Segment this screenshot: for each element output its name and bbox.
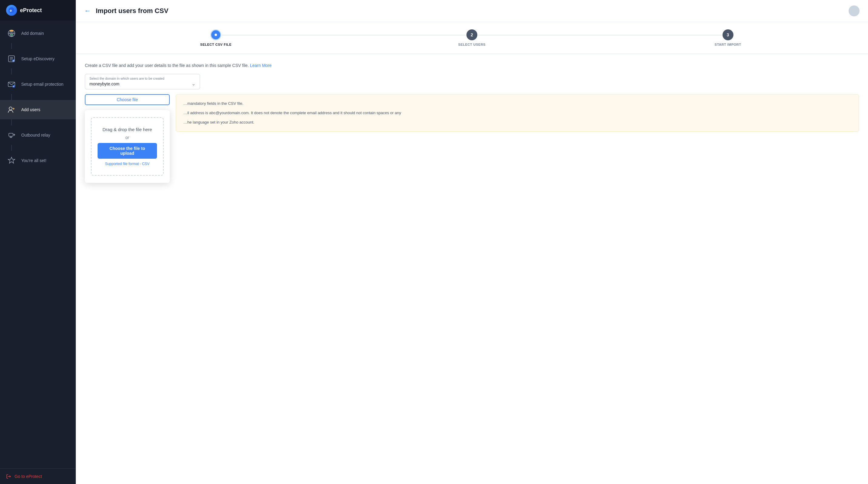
drag-text: Drag & drop the file here [102, 127, 152, 132]
content-area: Create a CSV file and add your user deta… [76, 54, 868, 484]
ediscovery-icon [6, 53, 17, 64]
domain-select-label: Select the domain in which users are to … [89, 77, 195, 80]
sidebar-item-add-domain[interactable]: Add domain [0, 24, 76, 43]
sidebar-item-add-users-label: Add users [21, 107, 40, 112]
sidebar-item-add-users[interactable]: Add users [0, 100, 76, 119]
domain-select-box[interactable]: Select the domain in which users are to … [85, 74, 200, 89]
globe-icon [6, 28, 17, 39]
drag-drop-box[interactable]: Drag & drop the file here or Choose the … [91, 117, 164, 176]
sidebar-item-setup-ediscovery[interactable]: Setup eDiscovery [0, 49, 76, 68]
step-1-label: SELECT CSV FILE [200, 43, 231, 46]
nav-connector-4 [11, 119, 12, 125]
nav-connector-1 [11, 43, 12, 49]
sidebar: e eProtect Add domain [0, 0, 76, 484]
step-1-circle [210, 29, 221, 40]
info-panel: …mandatory fields in the CSV file. …il a… [176, 94, 859, 132]
upload-button[interactable]: Choose the file to upload [98, 143, 157, 159]
sidebar-item-youre-all-set[interactable]: You're all set! [0, 151, 76, 170]
or-text: or [125, 135, 129, 140]
choose-file-button[interactable]: Choose file [85, 94, 170, 105]
learn-more-link[interactable]: Learn More [250, 63, 272, 68]
app-name: eProtect [20, 7, 42, 13]
add-users-icon [6, 104, 17, 115]
exit-icon [6, 474, 11, 479]
csv-format-label: CSV [142, 162, 150, 166]
nav-connector-5 [11, 145, 12, 151]
all-set-icon [6, 155, 17, 166]
svg-rect-17 [9, 133, 13, 136]
step-3-label: START IMPORT [715, 43, 741, 46]
sidebar-item-add-domain-label: Add domain [21, 31, 44, 36]
info-panel-line-2: …il address is abc@yourdomain.com. It do… [183, 110, 851, 116]
sidebar-item-youre-all-set-label: You're all set! [21, 158, 46, 163]
svg-marker-22 [8, 157, 15, 163]
drag-drop-popup: Drag & drop the file here or Choose the … [85, 110, 170, 183]
step-3: 3 START IMPORT [600, 29, 856, 46]
page-title: Import users from CSV [96, 7, 168, 15]
sidebar-item-outbound-relay-label: Outbound relay [21, 133, 50, 137]
upload-left: Choose file Drag & drop the file here or… [85, 94, 170, 183]
back-button[interactable]: ← [84, 7, 91, 15]
sidebar-footer: Go to eProtect [0, 469, 76, 484]
outbound-relay-icon [6, 130, 17, 140]
avatar [848, 5, 860, 17]
upload-section: Choose file Drag & drop the file here or… [85, 94, 859, 183]
svg-text:e: e [10, 8, 12, 13]
step-1-dot-icon [213, 32, 218, 38]
domain-select-value[interactable]: moneybyte.com ⌄ [89, 81, 195, 87]
chevron-down-icon: ⌄ [191, 81, 195, 87]
step-3-circle: 3 [722, 29, 734, 40]
go-to-eprotect-label: Go to eProtect [14, 474, 42, 479]
svg-point-14 [9, 107, 12, 110]
sidebar-nav: Add domain Setup eDiscovery [0, 21, 76, 469]
email-protection-icon [6, 79, 17, 90]
nav-connector-3 [11, 94, 12, 100]
svg-point-24 [215, 34, 217, 36]
app-logo: e [6, 5, 17, 16]
nav-connector-2 [11, 68, 12, 74]
go-to-eprotect-button[interactable]: Go to eProtect [6, 474, 70, 479]
sidebar-item-email-protection[interactable]: Setup email protection [0, 74, 76, 94]
step-2-number: 2 [471, 32, 473, 37]
step-1: SELECT CSV FILE [88, 29, 344, 46]
step-3-number: 3 [727, 32, 729, 37]
svg-rect-6 [10, 30, 13, 32]
sidebar-item-email-protection-label: Setup email protection [21, 82, 63, 87]
sidebar-item-setup-ediscovery-label: Setup eDiscovery [21, 56, 55, 61]
main-content: ← Import users from CSV SELECT CSV FILE … [76, 0, 868, 484]
topbar: ← Import users from CSV [76, 0, 868, 22]
topbar-left: ← Import users from CSV [84, 7, 168, 15]
info-panel-line-1: …mandatory fields in the CSV file. [183, 101, 851, 107]
info-panel-line-3: …he language set in your Zoho account. [183, 119, 851, 126]
sidebar-item-outbound-relay[interactable]: Outbound relay [0, 125, 76, 145]
step-2: 2 SELECT USERS [344, 29, 600, 46]
info-text: Create a CSV file and add your user deta… [85, 63, 859, 68]
stepper: SELECT CSV FILE 2 SELECT USERS 3 START I… [76, 22, 868, 54]
step-2-label: SELECT USERS [458, 43, 486, 46]
supported-format-text: Supported file format - CSV [105, 162, 150, 166]
step-2-circle: 2 [466, 29, 477, 40]
sidebar-header: e eProtect [0, 0, 76, 21]
